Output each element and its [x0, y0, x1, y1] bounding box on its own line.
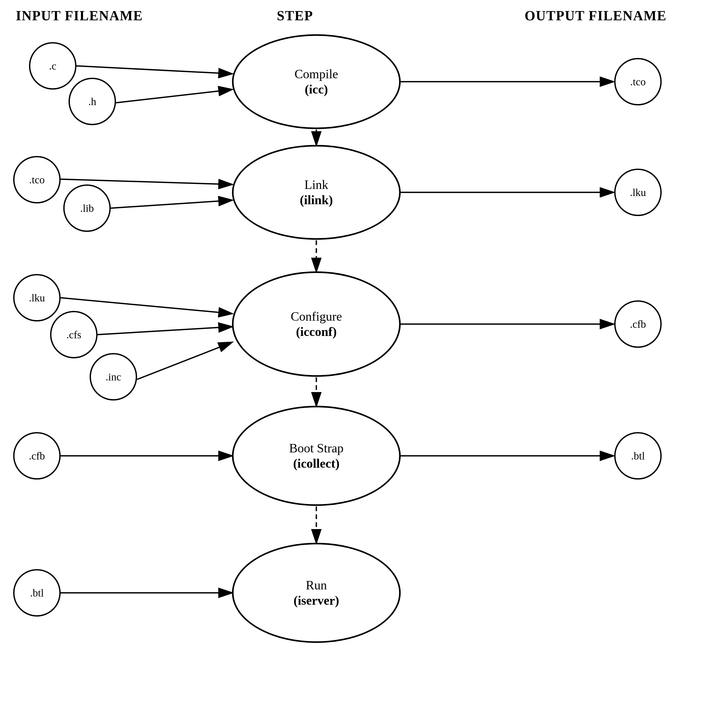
output-dot-lku: .lku	[614, 169, 661, 216]
step-run-label: Run	[306, 578, 327, 593]
output-dot-cfb-label: .cfb	[630, 318, 646, 331]
input-dot-tco-label: .tco	[29, 173, 45, 186]
output-dot-btl: .btl	[614, 432, 661, 480]
step-compile: Compile (icc)	[232, 34, 401, 129]
step-link-label: Link	[304, 177, 329, 192]
step-link-sublabel: (ilink)	[300, 192, 333, 208]
input-dot-lib: .lib	[63, 185, 111, 232]
output-dot-lku-label: .lku	[630, 186, 646, 199]
input-dot-h-label: .h	[88, 95, 96, 108]
step-compile-label: Compile	[294, 66, 338, 82]
svg-line-3	[116, 90, 232, 103]
header-input: INPUT FILENAME	[16, 8, 143, 23]
svg-line-6	[61, 179, 232, 185]
step-configure-label: Configure	[291, 309, 342, 324]
input-dot-c: .c	[29, 42, 77, 90]
step-compile-sublabel: (icc)	[305, 82, 328, 97]
input-dot-tco: .tco	[13, 156, 61, 204]
step-bootstrap: Boot Strap (icollect)	[232, 406, 401, 506]
input-dot-btl-label: .btl	[30, 587, 44, 599]
input-dot-cfb: .cfb	[13, 432, 61, 480]
input-dot-btl: .btl	[13, 569, 61, 617]
output-dot-tco: .tco	[614, 58, 661, 105]
input-dot-c-label: .c	[49, 60, 56, 72]
output-dot-cfb: .cfb	[614, 300, 661, 348]
header-output: OUTPUT FILENAME	[525, 8, 667, 23]
step-configure-sublabel: (icconf)	[296, 324, 337, 339]
output-dot-btl-label: .btl	[631, 450, 645, 462]
input-dot-h: .h	[68, 78, 116, 125]
step-link: Link (ilink)	[232, 145, 401, 240]
svg-line-2	[77, 66, 232, 74]
input-dot-lku: .lku	[13, 274, 61, 321]
diagram-container: INPUT FILENAME STEP OUTPUT FILENAME	[0, 0, 702, 728]
input-dot-inc-label: .inc	[106, 371, 121, 383]
input-dot-lib-label: .lib	[80, 202, 94, 214]
input-dot-cfb-label: .cfb	[29, 450, 45, 462]
header-step: STEP	[277, 8, 313, 23]
output-dot-tco-label: .tco	[630, 76, 646, 88]
svg-line-11	[97, 327, 232, 335]
input-dot-lku-label: .lku	[29, 292, 45, 304]
step-configure: Configure (icconf)	[232, 272, 401, 377]
input-dot-cfs: .cfs	[50, 311, 97, 358]
step-bootstrap-label: Boot Strap	[289, 441, 344, 456]
step-run-sublabel: (iserver)	[294, 593, 339, 608]
svg-line-10	[61, 298, 232, 313]
step-run: Run (iserver)	[232, 543, 401, 643]
input-dot-inc: .inc	[90, 353, 137, 400]
svg-line-12	[137, 342, 232, 379]
step-bootstrap-sublabel: (icollect)	[293, 456, 340, 471]
input-dot-cfs-label: .cfs	[67, 329, 81, 341]
svg-line-7	[111, 200, 232, 208]
